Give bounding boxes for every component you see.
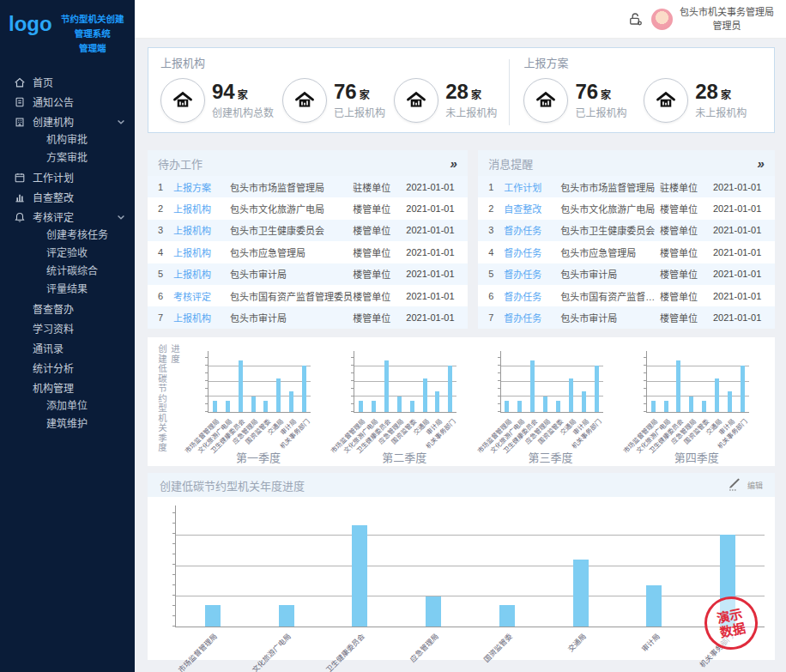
sidebar-item-3[interactable]: 工作计划 [0, 167, 135, 187]
row-type-link[interactable]: 督办任务 [504, 306, 560, 328]
sidebar-subitem[interactable]: 评定验收 [0, 245, 135, 263]
sidebar-subitem[interactable]: 统计碳综合 [0, 263, 135, 281]
row-type-link[interactable]: 上报方案 [173, 176, 230, 197]
chart-xlabel: 交通局 [565, 631, 588, 654]
chevron-down-icon [116, 212, 126, 222]
quarterly-charts: 市场监督管理局文化旅游广电局卫生健康委员会应急管理局国资监管委交通局审计局机关事… [185, 342, 770, 466]
chart-gridline [176, 596, 765, 596]
sidebar-item-label: 统计分析 [33, 360, 126, 375]
chart-gridline [647, 366, 749, 366]
row-index: 4 [478, 241, 504, 263]
sidebar-subitem[interactable]: 添加单位 [0, 397, 135, 415]
avatar[interactable] [651, 9, 673, 30]
bar [435, 391, 439, 412]
row-unit: 驻楼单位 [660, 176, 713, 197]
bar [582, 391, 586, 412]
chart-gridline [209, 366, 311, 366]
row-org: 包头市国有资产监督管理委员 [230, 285, 353, 306]
lock-icon[interactable] [627, 11, 644, 28]
stat-value: 28家 [695, 82, 747, 102]
row-type-link[interactable]: 督办任务 [504, 263, 560, 285]
edit-button[interactable]: 编辑 [725, 478, 763, 492]
row-type-link[interactable]: 督办任务 [504, 241, 560, 263]
app-title-line1: 节约型机关创建管理系统 [57, 12, 128, 41]
row-org: 包头市文化旅游广电局 [230, 197, 353, 219]
row-type-link[interactable]: 工作计划 [504, 176, 560, 197]
message-more-icon[interactable]: » [756, 157, 766, 170]
sidebar-item-8[interactable]: 通讯录 [0, 338, 135, 358]
row-unit: 楼管单位 [660, 306, 713, 328]
sidebar-item-5[interactable]: 考核评定 [0, 207, 135, 227]
sidebar-subitem[interactable]: 方案审批 [0, 149, 135, 167]
sidebar-item-4[interactable]: 自查整改 [0, 187, 135, 207]
row-index: 6 [148, 285, 173, 306]
sidebar-subitem[interactable]: 机构审批 [0, 131, 135, 149]
table-row: 3督办任务包头市卫生健康委员会楼管单位2021-01-01 [478, 220, 775, 241]
sidebar-subitem[interactable]: 评量结果 [0, 281, 135, 299]
stat-item: 28家未上报机构 [394, 78, 497, 123]
row-org: 包头市审计局 [560, 306, 660, 328]
quarter-caption: 第四季度 [624, 449, 770, 465]
sidebar-item-9[interactable]: 统计分析 [0, 358, 135, 378]
stat-unit: 家 [721, 89, 731, 101]
stat-item: 94家创建机构总数 [160, 78, 274, 123]
todo-more-icon[interactable]: » [449, 157, 459, 170]
table-row: 2上报机构包头市文化旅游广电局楼管单位2021-01-01 [148, 197, 468, 219]
app-title: 节约型机关创建管理系统 管理端 [57, 12, 128, 55]
report-plan-stats: 上报方案 76家已上报机构28家未上报机构 [523, 54, 764, 127]
row-date: 2021-01-01 [713, 241, 775, 263]
quarter-caption: 第二季度 [331, 449, 477, 465]
row-index: 2 [478, 197, 504, 219]
table-row: 5上报机构包头市审计局楼管单位2021-01-01 [148, 263, 468, 285]
row-type-link[interactable]: 考核评定 [173, 285, 230, 306]
row-date: 2021-01-01 [406, 197, 468, 219]
logo-area: logo 节约型机关创建管理系统 管理端 [0, 0, 135, 60]
bar [689, 397, 693, 412]
chart-gridline [501, 381, 603, 382]
bar [426, 596, 441, 627]
sidebar-subitem[interactable]: 建筑维护 [0, 415, 135, 433]
row-index: 5 [148, 263, 173, 285]
row-type-link[interactable]: 上报机构 [173, 220, 230, 241]
row-type-link[interactable]: 上报机构 [173, 263, 230, 285]
bar [226, 401, 230, 412]
row-date: 2021-01-01 [713, 306, 775, 328]
row-index: 2 [148, 197, 173, 219]
sidebar-item-10[interactable]: 机构管理 [0, 378, 135, 397]
stat-unit: 家 [360, 89, 370, 101]
chart-xlabel: 卫生健康委员会 [323, 631, 367, 672]
sidebar-item-2[interactable]: 创建机构 [0, 112, 135, 131]
bar [384, 360, 389, 412]
user-org: 包头市机关事务管理局 [680, 6, 774, 20]
annual-panel-header: 创建低碳节约型机关年度进度 编辑 [148, 473, 775, 497]
row-unit: 楼管单位 [353, 220, 406, 241]
row-type-link[interactable]: 上报机构 [173, 197, 230, 219]
row-type-link[interactable]: 督办任务 [504, 220, 560, 241]
row-type-link[interactable]: 自查整改 [504, 197, 560, 219]
stats-right-items: 76家已上报机构28家未上报机构 [523, 74, 764, 127]
bar [646, 585, 662, 627]
sidebar-item-7[interactable]: 学习资料 [0, 318, 135, 338]
row-type-link[interactable]: 上报机构 [173, 241, 230, 263]
stat-text: 28家未上报机构 [695, 82, 747, 119]
todo-panel: 待办工作 » 1上报方案包头市市场监督管理局驻楼单位2021-01-012上报机… [148, 150, 468, 329]
quarter-caption: 第一季度 [185, 449, 331, 465]
table-row: 3上报机构包头市卫生健康委员会楼管单位2021-01-01 [148, 220, 468, 241]
building-stat-icon [160, 78, 205, 123]
building-stat-icon [394, 78, 438, 123]
sidebar-item-label: 工作计划 [33, 170, 126, 185]
bar [213, 401, 217, 412]
table-row: 7上报机构包头市审计局楼管单位2021-01-01 [148, 306, 468, 328]
sidebar-item-6[interactable]: 督查督办 [0, 299, 135, 318]
chart-gridline [501, 396, 603, 397]
stat-item: 76家已上报机构 [523, 78, 635, 123]
stat-label: 未上报机构 [695, 105, 747, 119]
chart-xlabel: 审计局 [638, 631, 662, 654]
sidebar-subitem[interactable]: 创建考核任务 [0, 227, 135, 245]
sidebar-item-1[interactable]: 通知公告 [0, 92, 135, 112]
row-index: 4 [148, 241, 173, 263]
sidebar-item-0[interactable]: 首页 [0, 72, 135, 92]
row-type-link[interactable]: 督办任务 [504, 285, 560, 306]
row-type-link[interactable]: 上报机构 [173, 306, 230, 328]
row-unit: 驻楼单位 [353, 176, 406, 197]
